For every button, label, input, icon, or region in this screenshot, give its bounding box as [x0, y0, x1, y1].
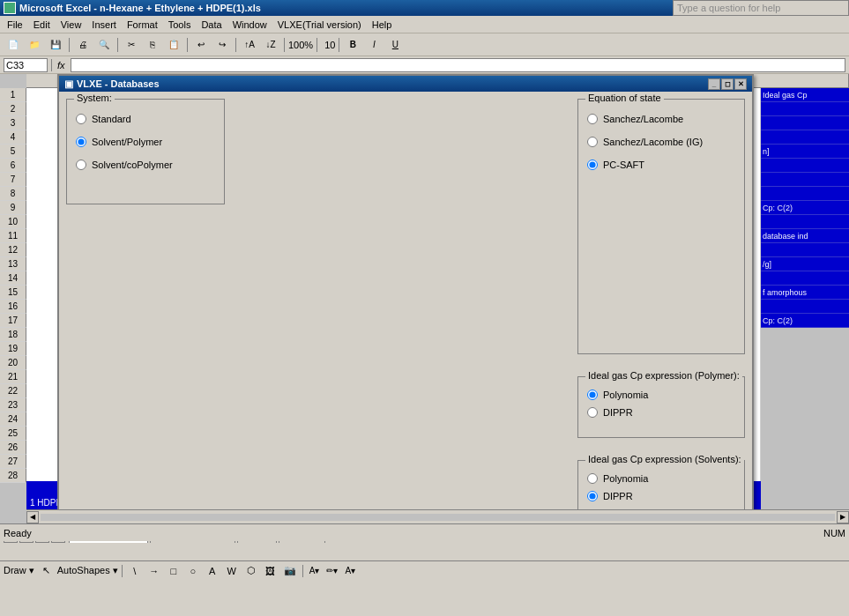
- new-button[interactable]: 📄: [4, 36, 23, 54]
- dippr-s-item[interactable]: DIPPR: [587, 491, 735, 501]
- formula-input[interactable]: [71, 58, 845, 72]
- right-row-17: Cp: C(2): [761, 314, 849, 328]
- standard-label: Standard: [92, 114, 131, 124]
- menu-tools[interactable]: Tools: [163, 18, 197, 32]
- row-10: 10: [0, 215, 26, 229]
- right-row-4: [761, 130, 849, 145]
- pc-saft-item[interactable]: PC-SAFT: [587, 160, 735, 170]
- line-btn[interactable]: \: [126, 563, 144, 579]
- rect-btn[interactable]: □: [165, 563, 182, 579]
- horizontal-scrollbar[interactable]: ◀ ▶: [26, 509, 849, 523]
- paste-button[interactable]: 📋: [164, 36, 183, 54]
- row-14: 14: [0, 271, 26, 286]
- draw-toolbar: Draw ▾ ↖ AutoShapes ▾ \ → □ ○ A W ⬡ 🖼 📷 …: [0, 560, 849, 580]
- help-placeholder: Type a question for help: [677, 3, 780, 13]
- system-group-label: System:: [74, 93, 115, 103]
- menu-file[interactable]: File: [2, 18, 28, 32]
- clipart-btn[interactable]: 🖼: [262, 563, 279, 579]
- wordart-btn[interactable]: W: [223, 563, 241, 579]
- sort-asc-button[interactable]: ↑A: [240, 36, 259, 54]
- copy-button[interactable]: ⎘: [143, 36, 162, 54]
- dialog-body: System: Standard Solvent/Polymer Solvent…: [59, 92, 752, 523]
- print-button[interactable]: 🖨: [73, 36, 93, 54]
- menu-edit[interactable]: Edit: [28, 18, 56, 32]
- autoshapes-label[interactable]: AutoShapes ▾: [57, 565, 118, 576]
- standard-radio-item[interactable]: Standard: [76, 114, 215, 124]
- pc-saft-radio[interactable]: [587, 160, 598, 170]
- menu-bar: File Edit View Insert Format Tools Data …: [0, 16, 849, 33]
- sort-desc-button[interactable]: ↓Z: [261, 36, 280, 54]
- polynomia-s-item[interactable]: Polynomia: [587, 473, 735, 484]
- row-8: 8: [0, 187, 26, 201]
- row-9: 9: [0, 201, 26, 215]
- solvent-copolymer-radio-item[interactable]: Solvent/coPolymer: [76, 160, 215, 170]
- fill-color-btn[interactable]: A▾: [307, 566, 323, 575]
- igcp-polymer-radio-group: Polynomia DIPPR: [587, 390, 735, 418]
- dippr-s-radio[interactable]: [587, 491, 598, 501]
- igcp-polymer-label: Ideal gas Cp expression (Polymer):: [585, 370, 742, 381]
- scroll-track[interactable]: [41, 514, 835, 521]
- standard-radio[interactable]: [76, 114, 86, 124]
- status-bar: Ready NUM: [0, 523, 849, 541]
- row-17: 17: [0, 314, 26, 328]
- sanchez-lacombe-ig-label: Sanchez/Lacombe (IG): [603, 137, 703, 147]
- menu-data[interactable]: Data: [196, 18, 227, 32]
- diagram-btn[interactable]: ⬡: [242, 563, 260, 579]
- cut-button[interactable]: ✂: [122, 36, 141, 54]
- draw-label[interactable]: Draw ▾: [4, 565, 34, 576]
- dialog-restore-button[interactable]: ◻: [721, 78, 734, 90]
- cell-reference[interactable]: [4, 58, 48, 72]
- right-row-7: [761, 173, 849, 187]
- sanchez-lacombe-ig-radio[interactable]: [587, 137, 598, 147]
- sanchez-lacombe-item[interactable]: Sanchez/Lacombe: [587, 114, 735, 124]
- dippr-p-label: DIPPR: [603, 407, 633, 418]
- underline-button[interactable]: U: [385, 36, 405, 54]
- select-btn[interactable]: ↖: [38, 563, 56, 579]
- redo-button[interactable]: ↪: [212, 36, 232, 54]
- help-search-box[interactable]: Type a question for help: [673, 0, 849, 16]
- solvent-polymer-radio-item[interactable]: Solvent/Polymer: [76, 137, 215, 147]
- oval-btn[interactable]: ○: [184, 563, 202, 579]
- right-row-10: [761, 215, 849, 229]
- picture-btn[interactable]: 📷: [281, 563, 299, 579]
- arrow-btn[interactable]: →: [145, 563, 163, 579]
- status-num: NUM: [823, 528, 845, 538]
- right-row-6: [761, 159, 849, 173]
- menu-format[interactable]: Format: [122, 18, 163, 32]
- row-21: 21: [0, 370, 26, 384]
- scroll-left-btn[interactable]: ◀: [26, 511, 39, 523]
- zoom-label: 100%: [288, 40, 313, 50]
- menu-insert[interactable]: Insert: [86, 18, 122, 32]
- textbox-btn[interactable]: A: [204, 563, 221, 579]
- solvent-polymer-radio[interactable]: [76, 137, 86, 147]
- row-22: 22: [0, 384, 26, 398]
- line-color-btn[interactable]: ✏▾: [324, 566, 340, 575]
- menu-vlxe[interactable]: VLXE(Trial version): [272, 18, 367, 32]
- undo-button[interactable]: ↩: [191, 36, 211, 54]
- font-color-btn[interactable]: A▾: [342, 566, 358, 575]
- preview-button[interactable]: 🔍: [94, 36, 114, 54]
- igcp-polymer-group: Ideal gas Cp expression (Polymer): Polyn…: [577, 376, 745, 438]
- menu-window[interactable]: Window: [227, 18, 272, 32]
- right-row-1: Ideal gas Cp: [761, 88, 849, 102]
- italic-button[interactable]: I: [364, 36, 384, 54]
- igcp-solvents-label: Ideal gas Cp expression (Solvents):: [585, 454, 744, 464]
- dippr-p-radio[interactable]: [587, 407, 598, 418]
- sanchez-lacombe-ig-item[interactable]: Sanchez/Lacombe (IG): [587, 137, 735, 147]
- solvent-copolymer-radio[interactable]: [76, 160, 86, 170]
- scroll-right-btn[interactable]: ▶: [837, 511, 849, 523]
- row-19: 19: [0, 342, 26, 356]
- dialog-minimize-button[interactable]: _: [708, 78, 720, 90]
- polynomia-p-item[interactable]: Polynomia: [587, 390, 735, 400]
- polynomia-s-radio[interactable]: [587, 473, 598, 484]
- bold-button[interactable]: B: [343, 36, 362, 54]
- open-button[interactable]: 📁: [25, 36, 44, 54]
- menu-view[interactable]: View: [56, 18, 87, 32]
- dialog-close-button[interactable]: ✕: [734, 78, 747, 90]
- menu-help[interactable]: Help: [367, 18, 398, 32]
- dippr-p-item[interactable]: DIPPR: [587, 407, 735, 418]
- sanchez-lacombe-radio[interactable]: [587, 114, 598, 124]
- polynomia-p-radio[interactable]: [587, 390, 598, 400]
- save-button[interactable]: 💾: [46, 36, 65, 54]
- row-5: 5: [0, 145, 26, 159]
